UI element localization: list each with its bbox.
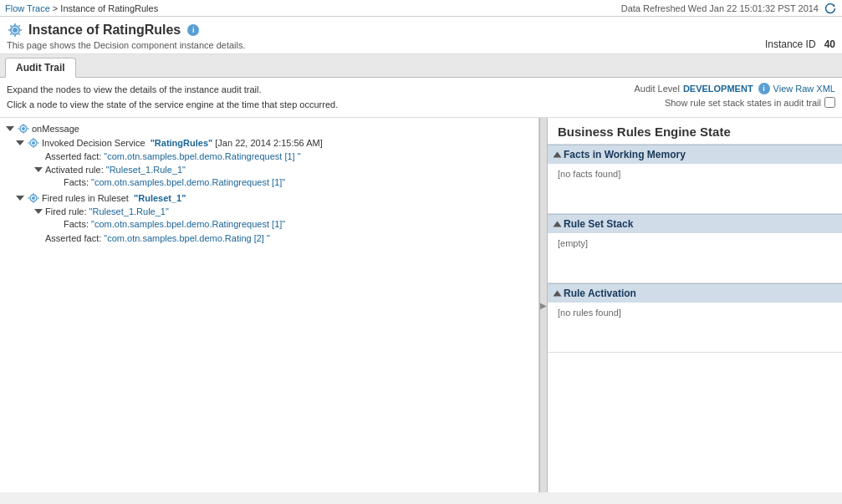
svg-point-4 — [22, 127, 25, 130]
expand-icon[interactable] — [33, 206, 43, 216]
node-label: Asserted fact: "com.otn.samples.bpel.dem… — [45, 151, 301, 161]
gear-node-icon — [17, 123, 30, 135]
node-label: Facts: "com.otn.samples.bpel.demo.Rating… — [64, 177, 285, 187]
tree-row[interactable]: Fired rules in Ruleset "Ruleset_1" — [0, 191, 538, 205]
svg-point-16 — [32, 196, 35, 200]
show-rule-checkbox[interactable] — [824, 97, 835, 108]
list-item: Invoked Decision Service "RatingRules" [… — [0, 135, 538, 191]
gear-node-icon — [27, 192, 40, 204]
tab-bar: Audit Trail — [0, 54, 842, 78]
breadcrumb-link[interactable]: Flow Trace — [5, 3, 50, 13]
collapse-icon — [554, 221, 562, 227]
tree-row[interactable]: onMessage — [0, 122, 538, 135]
show-rule-label: Show rule set stack states in audit trai… — [665, 98, 821, 108]
divider-handle[interactable]: ▶ — [539, 118, 548, 492]
list-item: Asserted fact: "com.otn.samples.bpel.dem… — [0, 150, 538, 163]
activation-section-header[interactable]: Rule Activation — [548, 283, 842, 303]
list-item: Asserted fact: "com.otn.samples.bpel.dem… — [0, 232, 538, 245]
page-desc: This page shows the Decision component i… — [7, 40, 246, 50]
audit-level-value: DEVELOPMENT — [683, 84, 753, 94]
page-header: Instance of RatingRules i This page show… — [0, 17, 842, 54]
facts-section-content: [no facts found] — [548, 164, 842, 214]
data-refreshed-row: Data Refreshed Wed Jan 22 15:01:32 PST 2… — [621, 2, 837, 15]
show-rule-row: Show rule set stack states in audit trai… — [665, 97, 835, 108]
collapse-icon — [554, 152, 562, 158]
tab-audit-trail[interactable]: Audit Trail — [5, 58, 76, 78]
expand-icon[interactable] — [15, 138, 25, 148]
top-bar: Flow Trace > Instance of RatingRules Dat… — [0, 0, 842, 17]
svg-point-2 — [13, 28, 18, 33]
expand-icon[interactable] — [15, 193, 25, 203]
info-icon[interactable]: i — [187, 24, 199, 36]
facts-section-header[interactable]: Facts in Working Memory — [548, 145, 842, 164]
audit-right-controls: Audit Level DEVELOPMENT i View Raw XML S… — [634, 83, 835, 108]
audit-desc-line2: Click a node to view the state of the se… — [7, 98, 338, 113]
audit-level-row: Audit Level DEVELOPMENT i View Raw XML — [634, 83, 835, 94]
spacer — [52, 219, 62, 229]
spacer — [33, 151, 43, 161]
node-label: Asserted fact: "com.otn.samples.bpel.dem… — [45, 233, 270, 243]
data-refreshed-text: Data Refreshed Wed Jan 22 15:01:32 PST 2… — [621, 3, 819, 13]
instance-id-value: 40 — [824, 38, 835, 50]
ruleset-section-label: Rule Set Stack — [564, 218, 633, 230]
facts-content-text: [no facts found] — [558, 169, 620, 179]
spacer — [52, 177, 62, 187]
page-title: Instance of RatingRules — [28, 23, 181, 38]
list-item: Fired rules in Ruleset "Ruleset_1" Fired… — [0, 191, 538, 246]
gear-node-icon — [27, 137, 40, 149]
rules-panel: Business Rules Engine State Facts in Wor… — [548, 118, 842, 492]
breadcrumb: Flow Trace > Instance of RatingRules — [5, 3, 158, 13]
list-item: Facts: "com.otn.samples.bpel.demo.Rating… — [0, 176, 538, 189]
audit-desc-line1: Expand the nodes to view the details of … — [7, 83, 338, 98]
node-label: onMessage — [32, 124, 79, 134]
audit-level-info-icon[interactable]: i — [758, 83, 770, 94]
svg-point-10 — [32, 141, 35, 145]
expand-icon[interactable] — [33, 165, 43, 175]
ruleset-section-content: [empty] — [548, 233, 842, 283]
list-item: Fired rule: "Ruleset_1.Rule_1" Facts: "c… — [0, 205, 538, 232]
main-body: onMessage Invoked Decisi — [0, 118, 842, 492]
tree-row[interactable]: Fired rule: "Ruleset_1.Rule_1" — [0, 206, 538, 217]
breadcrumb-separator: > — [50, 3, 61, 13]
list-item: Activated rule: "Ruleset_1.Rule_1" Facts… — [0, 163, 538, 190]
page-title-row: Instance of RatingRules i — [7, 22, 835, 38]
rules-panel-title: Business Rules Engine State — [548, 118, 842, 145]
spacer — [33, 233, 43, 243]
node-label: Fired rule: "Ruleset_1.Rule_1" — [45, 206, 169, 216]
node-label: Activated rule: "Ruleset_1.Rule_1" — [45, 165, 186, 175]
collapse-icon — [554, 291, 562, 297]
audit-controls-area: Expand the nodes to view the details of … — [0, 78, 842, 118]
refresh-icon[interactable] — [824, 2, 837, 15]
tree-row[interactable]: Invoked Decision Service "RatingRules" [… — [0, 136, 538, 150]
expand-icon[interactable] — [5, 124, 15, 134]
facts-section-label: Facts in Working Memory — [564, 149, 686, 160]
list-item: onMessage Invoked Decisi — [0, 121, 538, 247]
breadcrumb-current: Instance of RatingRules — [60, 3, 158, 13]
tree-row[interactable]: Asserted fact: "com.otn.samples.bpel.dem… — [0, 232, 538, 244]
instance-id-label: Instance ID — [765, 38, 816, 50]
node-label: Facts: "com.otn.samples.bpel.demo.Rating… — [64, 219, 285, 229]
list-item: Facts: "com.otn.samples.bpel.demo.Rating… — [0, 217, 538, 231]
tree-row[interactable]: Asserted fact: "com.otn.samples.bpel.dem… — [0, 150, 538, 162]
view-raw-xml-link[interactable]: View Raw XML — [773, 84, 835, 94]
activation-section-content: [no rules found] — [548, 303, 842, 353]
tree-row[interactable]: Facts: "com.otn.samples.bpel.demo.Rating… — [0, 218, 538, 230]
ruleset-content-text: [empty] — [558, 238, 588, 248]
tree-panel: onMessage Invoked Decisi — [0, 118, 539, 492]
ruleset-section-header[interactable]: Rule Set Stack — [548, 214, 842, 233]
node-label: Fired rules in Ruleset "Ruleset_1" — [42, 193, 186, 203]
instance-id-area: Instance ID 40 — [765, 38, 835, 50]
activation-content-text: [no rules found] — [558, 308, 621, 318]
tree-row[interactable]: Activated rule: "Ruleset_1.Rule_1" — [0, 164, 538, 176]
audit-description: Expand the nodes to view the details of … — [7, 83, 338, 112]
audit-level-label: Audit Level — [634, 84, 679, 94]
activation-section-label: Rule Activation — [564, 288, 636, 299]
node-label: Invoked Decision Service "RatingRules" [… — [42, 138, 323, 148]
tree-row[interactable]: Facts: "com.otn.samples.bpel.demo.Rating… — [0, 176, 538, 188]
gear-icon — [7, 22, 23, 38]
